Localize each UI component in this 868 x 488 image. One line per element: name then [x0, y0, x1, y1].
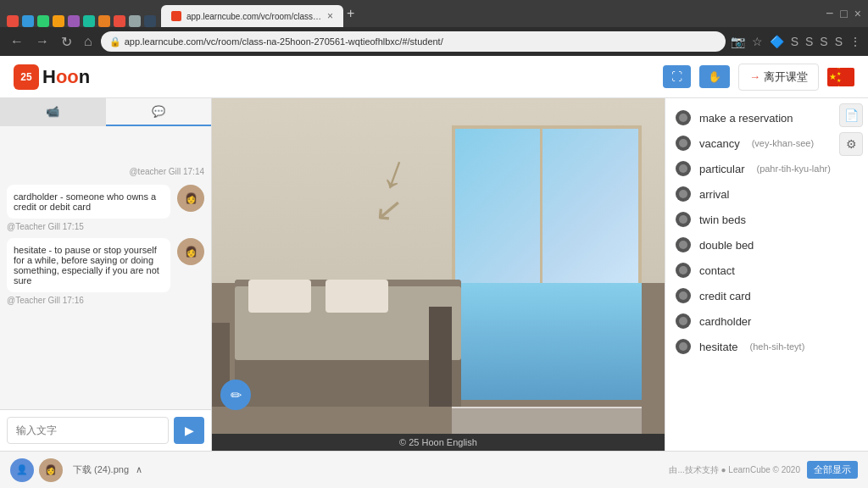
extension2-icon[interactable]: S [791, 35, 798, 48]
active-tab[interactable]: app.learncube.com/vc/room/class-na-25hoo… [161, 5, 343, 27]
extension1-icon[interactable]: 🔷 [770, 35, 784, 48]
vocab-bullet-8 [676, 313, 691, 329]
chat-tab-icon: 💬 [152, 105, 165, 118]
app-area: 25 Hoon ⛶ ✋ → 离开课堂 ★ ★★★★ [0, 56, 868, 451]
chat-avatar-2: 👩 [177, 238, 204, 265]
doc-icon: 📄 [844, 108, 859, 122]
vocab-item-9[interactable]: hesitate (heh-sih-teyt) [665, 334, 868, 359]
gear-icon: ⚙ [846, 137, 857, 151]
pencil-button[interactable]: ✏ [220, 380, 251, 410]
reload-button[interactable]: ↻ [58, 32, 75, 52]
chat-text-2: hesitate - to pause or stop yourself for… [14, 245, 159, 286]
show-all-button[interactable]: 全部显示 [807, 461, 858, 479]
tab-close-button[interactable]: × [327, 10, 333, 22]
address-bar[interactable]: 🔒 app.learncube.com/vc/room/class-na-25h… [101, 31, 726, 52]
vocab-word-8: cardholder [699, 315, 751, 328]
download-arrow-button[interactable]: ∧ [136, 464, 142, 475]
vocab-word-4: twin beds [699, 214, 746, 226]
extension5-icon[interactable]: S [835, 35, 843, 48]
app-header: 25 Hoon ⛶ ✋ → 离开课堂 ★ ★★★★ [0, 56, 868, 98]
cast-icon[interactable]: 📷 [731, 35, 745, 48]
status-right: 由...技术支持 ● LearnCube © 2020 全部显示 [669, 461, 858, 479]
avatar-2[interactable]: 👩 [39, 458, 63, 482]
vocab-bullet-4 [676, 212, 691, 227]
vocab-word-3: arrival [699, 188, 729, 201]
vocab-bullet-6 [676, 263, 691, 278]
teacher-label-1: @teacher Gill 17:14 [7, 165, 204, 178]
hand-button[interactable]: ✋ [699, 65, 730, 88]
expand-icon: ⛶ [671, 70, 682, 83]
vocab-item-4[interactable]: twin beds [665, 207, 868, 232]
chat-bubble-1: cardholder - someone who owns a credit o… [7, 185, 170, 219]
side-icons: 📄 ⚙ [834, 98, 868, 161]
forward-button[interactable]: → [32, 32, 53, 51]
bookmark-icon[interactable]: ☆ [752, 35, 763, 48]
chat-sidebar: 📹 💬 @teacher Gill 17:14 cardholder - som… [0, 98, 212, 451]
status-avatars: 👤 👩 [10, 458, 63, 482]
address-text: app.learncube.com/vc/room/class-na-25hoo… [125, 36, 443, 47]
doc-icon-button[interactable]: 📄 [839, 103, 863, 127]
vocab-phonetic-9: (heh-sih-teyt) [750, 341, 805, 352]
vocab-phonetic-2: (pahr-tih-kyu-lahr) [756, 164, 830, 174]
restore-button[interactable]: □ [840, 7, 847, 20]
chat-input[interactable] [7, 417, 169, 444]
vocab-bullet-0 [676, 110, 691, 125]
new-tab-button[interactable]: + [347, 6, 354, 21]
vocab-phonetic-1: (vey-khan-see) [752, 138, 814, 148]
vocab-bullet-5 [676, 237, 691, 252]
chat-bubble-2: hesitate - to pause or stop yourself for… [7, 238, 170, 292]
video-footer: © 25 Hoon English [212, 434, 665, 451]
status-bar: 👤 👩 下载 (24).png ∧ 由...技术支持 ● LearnCube ©… [0, 451, 868, 488]
pencil-icon: ✏ [231, 387, 242, 403]
lock-icon: 🔒 [109, 36, 121, 47]
chat-message-2: hesitate - to pause or stop yourself for… [7, 238, 204, 305]
video-area: ↓ ↙ ✏ © 25 Hoon English [212, 98, 665, 451]
extension3-icon[interactable]: S [805, 35, 813, 48]
tab-title: app.learncube.com/vc/room/class-na-25hoo… [186, 12, 322, 21]
chat-text-1: cardholder - someone who owns a credit o… [14, 191, 156, 212]
close-button[interactable]: × [854, 7, 861, 20]
show-all-label: 全部显示 [814, 464, 851, 474]
back-button[interactable]: ← [7, 32, 27, 51]
status-left: 👤 👩 下载 (24).png ∧ [10, 458, 142, 482]
send-icon: ▶ [185, 424, 194, 437]
menu-icon[interactable]: ⋮ [849, 35, 861, 48]
gear-icon-button[interactable]: ⚙ [839, 132, 863, 156]
send-button[interactable]: ▶ [174, 417, 204, 444]
logo-icon: 25 [14, 64, 39, 90]
vocab-word-0: make a reservation [699, 112, 793, 125]
vocab-bullet-3 [676, 186, 691, 202]
logo: 25 Hoon [14, 64, 90, 90]
hand-icon: ✋ [708, 70, 721, 83]
vocab-word-6: contact [699, 264, 735, 277]
vocab-item-5[interactable]: double bed [665, 232, 868, 258]
vocab-item-6[interactable]: contact [665, 258, 868, 283]
home-button[interactable]: ⌂ [81, 32, 96, 51]
tab-chat[interactable]: 💬 [106, 98, 212, 126]
address-bar-row: ← → ↻ ⌂ 🔒 app.learncube.com/vc/room/clas… [0, 27, 868, 56]
minimize-button[interactable]: − [826, 6, 833, 21]
extension4-icon[interactable]: S [820, 35, 827, 48]
chat-messages: @teacher Gill 17:14 cardholder - someone… [0, 126, 211, 409]
toolbar-icons: 📷 ☆ 🔷 S S S S ⋮ [731, 35, 861, 48]
vocab-item-8[interactable]: cardholder [665, 308, 868, 334]
header-right: ⛶ ✋ → 离开课堂 ★ ★★★★ [663, 64, 854, 91]
chinese-flag: ★ ★★★★ [827, 68, 854, 86]
video-tab-icon: 📹 [46, 105, 59, 118]
chat-input-area: ▶ [0, 409, 211, 451]
vocab-item-7[interactable]: credit card [665, 283, 868, 308]
browser-chrome: app.learncube.com/vc/room/class-na-25hoo… [0, 0, 868, 27]
scroll-spacer [7, 133, 204, 158]
tab-video[interactable]: 📹 [0, 98, 106, 126]
vocab-panel: 📄 ⚙ make a reservation vacancy (vey-khan… [665, 98, 868, 451]
leave-arrow-icon: → [749, 70, 760, 83]
vocab-item-3[interactable]: arrival [665, 181, 868, 207]
vocab-bullet-9 [676, 339, 691, 354]
leave-button[interactable]: → 离开课堂 [738, 64, 819, 91]
vocab-bullet-7 [676, 288, 691, 303]
avatar-1[interactable]: 👤 [10, 458, 34, 482]
download-bar: 下载 (24).png ∧ [73, 463, 142, 476]
annotation-curve: ↙ [374, 191, 405, 227]
expand-button[interactable]: ⛶ [663, 65, 691, 88]
powered-by-text: 由...技术支持 ● LearnCube © 2020 [669, 464, 800, 476]
